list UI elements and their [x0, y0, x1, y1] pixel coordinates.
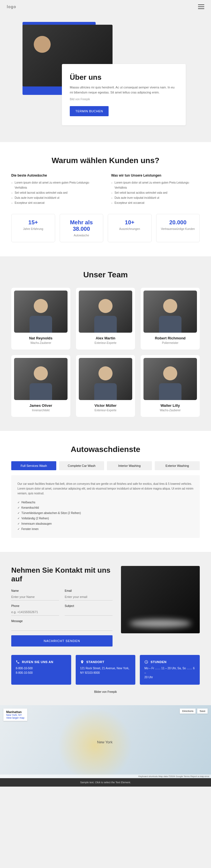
logo[interactable]: logo: [7, 4, 16, 9]
stat-card: 10+Auszeichnungen: [108, 214, 152, 242]
name-input[interactable]: [11, 593, 59, 600]
send-message-button[interactable]: NACHRICHT SENDEN: [11, 635, 112, 647]
list-item: Innenraum staubsaugen: [18, 521, 193, 526]
stat-value: 20.000: [160, 219, 196, 226]
team-member-photo: [14, 358, 68, 400]
image-credit: Bilder von Freepik: [11, 690, 200, 693]
team-card: Victor MüllerExterieur-Experte: [76, 355, 135, 417]
team-member-name: Alex Martin: [79, 336, 132, 340]
hero-title: Über uns: [70, 73, 178, 82]
team-card: Walter LillyWachs-Zauberer: [141, 355, 200, 417]
info-cards: RUFEN SIE UNS AN8-800-10-5008-800-10-500…: [11, 655, 200, 685]
map-place-card[interactable]: Manhattan New York, NY View larger map: [3, 709, 27, 721]
why-col2-heading: Was wir tun Unsere Leistungen: [111, 174, 200, 178]
services-title: Autowaschdienste: [11, 445, 200, 454]
why-choose-section: Warum wählen Kunden uns? Die beste Autow…: [0, 142, 211, 256]
map-place: Manhattan: [6, 710, 22, 714]
list-item: Excepteur sint occaecat: [11, 200, 100, 206]
hero-card: Über uns Massa ultricies mi quis hendrer…: [62, 64, 186, 125]
info-card-pin: STANDORT121 Rock Street, 21 Avenue, New …: [76, 655, 136, 685]
list-item: Set veloit lacrost acidios setmolet vala…: [11, 190, 100, 195]
menu-icon[interactable]: [198, 4, 204, 9]
map-button-save[interactable]: Save: [197, 709, 208, 714]
stat-card: Mehr als 38.000Autowäsche: [60, 214, 104, 242]
subject-input[interactable]: [65, 609, 112, 616]
phone-label: Phone: [11, 604, 59, 608]
team-member-photo: [143, 358, 197, 400]
info-card-line: NY 92103-9000: [80, 671, 131, 675]
stat-card: 20.000Vertrauenswürdige Kunden: [156, 214, 200, 242]
stats-row: 15+Jahre ErfahrungMehr als 38.000Autowäs…: [11, 214, 200, 242]
services-description: Our car wash facilities feature flat-bel…: [18, 482, 193, 496]
team-card: Robert RichmondPoliermeister: [141, 288, 200, 349]
list-item: Keramikschild: [18, 505, 193, 510]
map-buttons: DirectionsSave: [180, 709, 208, 714]
team-member-role: Wachs-Zauberer: [14, 341, 68, 344]
stat-value: 15+: [16, 219, 51, 226]
team-member-role: Innenarchitekt: [14, 409, 68, 412]
list-item: Lorem ipsum dolor sit amet zu einem gute…: [111, 180, 200, 190]
team-grid: Nat ReynoldsWachs-ZaubererAlex MartinExt…: [11, 288, 200, 417]
map-button-directions[interactable]: Directions: [180, 709, 195, 714]
info-card-line: 121 Rock Street, 21 Avenue, New York,: [80, 666, 131, 671]
email-input[interactable]: [65, 593, 112, 600]
team-card: James OliverInnenarchitekt: [11, 355, 70, 417]
team-member-photo: [79, 358, 132, 400]
site-header: logo: [0, 0, 211, 13]
info-card-clock: STUNDENMo – Fr …… 11 – 20 Uhr, Sa, So ………: [140, 655, 200, 685]
tab-complete-car-wash[interactable]: Complete Car Wash: [59, 461, 104, 470]
list-item: Set veloit lacrost acidios setmolet vala…: [111, 190, 200, 195]
pin-icon: [80, 660, 84, 664]
stat-value: 10+: [112, 219, 148, 226]
book-appointment-button[interactable]: TERMIN BUCHEN: [70, 106, 109, 116]
team-card: Nat ReynoldsWachs-Zauberer: [11, 288, 70, 349]
map-view-larger[interactable]: View larger map: [6, 716, 24, 719]
why-title: Warum wählen Kunden uns?: [11, 156, 200, 165]
list-item: Türverkleidungen abwischen & Sitze (2 Re…: [18, 510, 193, 516]
contact-image: [121, 566, 200, 633]
why-col1-list: Lorem ipsum dolor sit amet zu einem gute…: [11, 180, 100, 206]
contact-title: Nehmen Sie Kontakt mit uns auf: [11, 566, 112, 583]
clock-icon: [144, 660, 148, 664]
email-label: Email: [65, 589, 112, 592]
info-card-title: RUFEN SIE UNS AN: [22, 660, 53, 663]
info-card-phone: RUFEN SIE UNS AN8-800-10-5008-800-10-500: [11, 655, 71, 685]
team-member-name: Nat Reynolds: [14, 336, 68, 340]
hero-credit: Bild von Freepik: [70, 97, 178, 102]
team-member-name: Robert Richmond: [143, 336, 197, 340]
list-item: Lorem ipsum dolor sit amet zu einem gute…: [11, 180, 100, 190]
tab-interior-washing[interactable]: Interior Washing: [107, 461, 152, 470]
list-item: Vollständig (2 Reihen): [18, 516, 193, 521]
sample-text-footer[interactable]: Sample text. Click to select the Text El…: [0, 778, 211, 786]
map[interactable]: Manhattan New York, NY View larger map D…: [0, 705, 211, 778]
stat-card: 15+Jahre Erfahrung: [11, 214, 55, 242]
subject-label: Subject: [65, 604, 112, 608]
team-member-role: Exterieur-Experte: [79, 409, 132, 412]
list-item: Fenster innen: [18, 526, 193, 532]
hero-description: Massa ultricies mi quis hendrerit. Ac ut…: [70, 85, 178, 95]
list-item: Duis aute irure vulputat incididunt ut: [11, 195, 100, 200]
message-label: Message: [11, 620, 112, 623]
info-card-line: Mo – Fr …… 11 – 20 Uhr, Sa, So …… 6 –: [144, 666, 195, 675]
team-member-role: Wachs-Zauberer: [143, 409, 197, 412]
stat-label: Auszeichnungen: [112, 227, 148, 230]
tab-full-services-wash[interactable]: Full Services Wash: [11, 461, 56, 470]
team-member-name: Victor Müller: [79, 403, 132, 408]
list-item: Heißwachs: [18, 500, 193, 505]
list-item: Duis aute irure vulputat incididunt ut: [111, 195, 200, 200]
map-place-sub: New York, NY: [6, 714, 24, 716]
team-member-photo: [79, 290, 132, 333]
services-tabs: Full Services WashComplete Car WashInter…: [11, 461, 200, 470]
team-member-photo: [14, 290, 68, 333]
team-member-role: Exterieur-Experte: [79, 341, 132, 344]
info-card-title: STUNDEN: [151, 660, 166, 663]
message-input[interactable]: [11, 624, 112, 631]
team-member-name: James Oliver: [14, 403, 68, 408]
hero-section: Über uns Massa ultricies mi quis hendrer…: [0, 13, 211, 142]
team-member-photo: [143, 290, 197, 333]
phone-input[interactable]: [11, 609, 59, 616]
stat-label: Jahre Erfahrung: [16, 227, 51, 230]
tab-exterior-washing[interactable]: Exterior Washing: [155, 461, 200, 470]
team-section: Unser Team Nat ReynoldsWachs-ZaubererAle…: [0, 256, 211, 431]
name-label: Name: [11, 589, 59, 592]
